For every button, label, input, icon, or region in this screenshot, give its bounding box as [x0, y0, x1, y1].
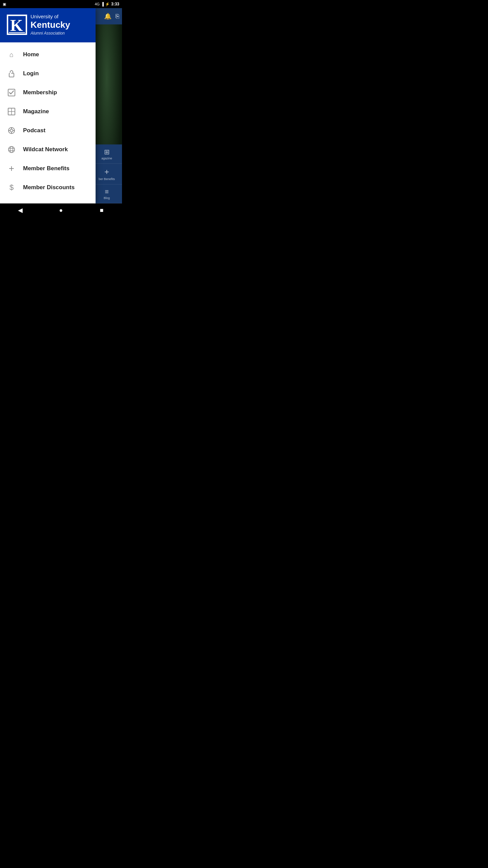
- battery-icon: ⚡: [105, 2, 110, 6]
- signal-icon: 4G: [95, 2, 100, 6]
- uk-logo-svg: K: [7, 15, 26, 34]
- login-label: Login: [23, 70, 39, 77]
- nav-item-login[interactable]: Login: [0, 64, 96, 83]
- check-icon: [7, 88, 16, 97]
- bottom-navigation: ◀ ● ■: [0, 203, 122, 217]
- benefits-nav-label: ber Benefits: [99, 177, 115, 181]
- wildcat-network-label: Wildcat Network: [23, 146, 68, 153]
- blog-nav-label: Blog: [104, 196, 110, 200]
- magazine-nav-label: agazine: [101, 157, 112, 160]
- podcast-label: Podcast: [23, 127, 45, 134]
- uk-k-logo: K: [7, 15, 27, 35]
- status-left: ▣: [3, 2, 6, 6]
- nav-item-wildcat-network[interactable]: Wildcat Network: [0, 140, 96, 159]
- benefits-nav-icon: +: [104, 167, 109, 177]
- back-button[interactable]: ◀: [14, 203, 27, 217]
- share-icon[interactable]: ⎘: [116, 13, 119, 20]
- status-bar: ▣ 4G ▐ ⚡ 3:33: [0, 0, 122, 8]
- right-header: 🔔 ⎘: [92, 8, 122, 24]
- nav-item-home[interactable]: Home: [0, 45, 96, 64]
- podcast-icon: [7, 126, 16, 135]
- right-nav-blog[interactable]: ≡ Blog: [92, 184, 122, 203]
- nav-item-podcast[interactable]: Podcast: [0, 121, 96, 140]
- home-icon: [7, 50, 16, 59]
- membership-label: Membership: [23, 89, 57, 96]
- lock-icon: [7, 69, 16, 78]
- drawer-header: K University of Kentucky Alumni Associat…: [0, 8, 96, 42]
- svg-rect-5: [10, 73, 11, 74]
- signal-bars: ▐: [101, 2, 104, 6]
- dollar-icon: $: [7, 183, 16, 192]
- svg-text:K: K: [10, 16, 23, 34]
- university-name: Kentucky: [30, 20, 70, 30]
- svg-rect-4: [9, 73, 14, 77]
- nav-item-magazine[interactable]: Magazine: [0, 102, 96, 121]
- magazine-label: Magazine: [23, 108, 49, 115]
- home-label: Home: [23, 51, 39, 58]
- plus-icon: +: [7, 164, 16, 173]
- home-button[interactable]: ●: [54, 203, 68, 217]
- svg-point-11: [10, 129, 13, 132]
- right-nav-magazine[interactable]: ⊞ agazine: [92, 144, 122, 164]
- nav-item-membership[interactable]: Membership: [0, 83, 96, 102]
- uk-text-block: University of Kentucky Alumni Associatio…: [30, 14, 70, 36]
- association-subtitle: Alumni Association: [30, 31, 70, 36]
- status-icons: 4G ▐ ⚡ 3:33: [95, 2, 119, 6]
- nav-item-member-discounts[interactable]: $ Member Discounts: [0, 178, 96, 197]
- nav-item-member-benefits[interactable]: + Member Benefits: [0, 159, 96, 178]
- navigation-drawer: K University of Kentucky Alumni Associat…: [0, 8, 96, 203]
- time-display: 3:33: [111, 2, 119, 6]
- member-benefits-label: Member Benefits: [23, 165, 69, 172]
- uk-logo: K University of Kentucky Alumni Associat…: [7, 14, 89, 36]
- right-bottom-nav: ⊞ agazine + ber Benefits ≡ Blog: [92, 144, 122, 203]
- drawer-nav-list: Home Login Membership: [0, 42, 96, 203]
- nav-item-club-derby[interactable]: Club Derby Parties: [0, 197, 96, 203]
- svg-rect-3: [9, 32, 25, 33]
- sd-icon: ▣: [3, 2, 6, 6]
- svg-point-17: [10, 146, 13, 153]
- magazine-icon: [7, 107, 16, 116]
- right-nav-benefits[interactable]: + ber Benefits: [92, 164, 122, 184]
- member-discounts-label: Member Discounts: [23, 184, 75, 191]
- blog-nav-icon: ≡: [105, 188, 109, 196]
- magazine-nav-icon: ⊞: [104, 148, 110, 156]
- recent-apps-button[interactable]: ■: [95, 203, 108, 217]
- globe-icon: [7, 145, 16, 154]
- university-line: University of Kentucky: [30, 14, 70, 30]
- notification-icon[interactable]: 🔔: [104, 13, 111, 20]
- svg-point-16: [8, 146, 15, 153]
